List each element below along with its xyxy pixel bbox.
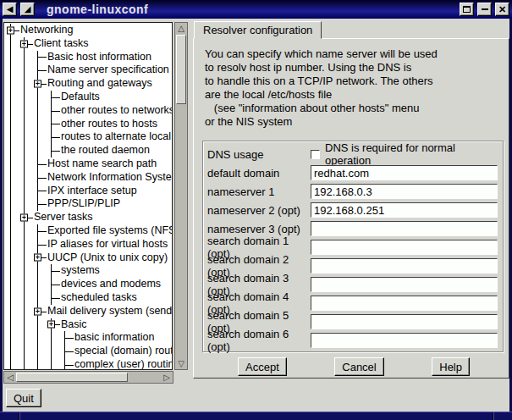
- tree-expander-icon[interactable]: +: [34, 80, 41, 88]
- field-input[interactable]: [311, 165, 498, 180]
- tree-guide-line: [4, 64, 18, 77]
- dns-form: DNS usage DNS is required for normal ope…: [202, 141, 504, 352]
- tree-item[interactable]: +Networking: [4, 24, 172, 37]
- tree-guide-line: [18, 238, 31, 251]
- tree-guide-line: [4, 291, 18, 305]
- window-menu-button[interactable]: ◀: [3, 3, 17, 16]
- field-input[interactable]: [311, 296, 498, 311]
- tree-item[interactable]: other routes to hosts: [4, 118, 172, 131]
- tree-expander-icon[interactable]: +: [20, 214, 28, 222]
- tree-guide-line: [31, 118, 45, 131]
- tree-expander-icon[interactable]: +: [7, 26, 14, 34]
- help-button[interactable]: Help: [432, 357, 470, 376]
- tree-item-label: Basic host information: [45, 51, 151, 64]
- tree-guide-line: [18, 185, 31, 198]
- tree-guide-line: [18, 51, 31, 64]
- field-input[interactable]: [311, 240, 498, 255]
- cancel-button[interactable]: Cancel: [334, 357, 383, 376]
- tree-guide-junction: [31, 238, 45, 251]
- tree-item[interactable]: +Mail delivery system (sendr: [4, 305, 172, 318]
- tree-item[interactable]: Host name search path: [4, 158, 172, 171]
- tree-expander-icon[interactable]: +: [34, 254, 41, 262]
- titlebar[interactable]: ◀ ◢ gnome-linuxconf ✕: [0, 0, 512, 19]
- scroll-left-icon[interactable]: ◁: [4, 372, 16, 383]
- scroll-right-icon[interactable]: ▷: [161, 372, 173, 383]
- tree-item[interactable]: scheduled tasks: [4, 291, 172, 305]
- tree-item[interactable]: Name server specification (: [4, 64, 172, 77]
- tree-item[interactable]: other routes to networks: [4, 104, 172, 118]
- tree-guide-line: [4, 305, 18, 318]
- close-button[interactable]: ✕: [495, 3, 509, 16]
- vertical-scroll-thumb[interactable]: [176, 35, 186, 104]
- tree-guide-line: [31, 358, 45, 370]
- horizontal-scroll-thumb[interactable]: [16, 373, 128, 382]
- tree-expander-icon[interactable]: +: [34, 307, 41, 315]
- field-input[interactable]: [311, 314, 498, 329]
- tree-item[interactable]: IP aliases for virtual hosts: [4, 238, 172, 251]
- maximize-button[interactable]: [460, 3, 474, 16]
- tree-guide-line: [4, 331, 18, 345]
- tab-resolver-configuration[interactable]: Resolver configuration: [194, 21, 322, 39]
- tree-item[interactable]: +UUCP (Unix to unix copy): [4, 251, 172, 265]
- tree-guide-line: [4, 104, 18, 118]
- accept-button[interactable]: Accept: [238, 357, 287, 376]
- resize-handle-right[interactable]: [493, 412, 493, 420]
- tree-guide-line: [18, 158, 31, 171]
- form-field-row: nameserver 2 (opt): [207, 201, 498, 219]
- dns-required-checkbox[interactable]: [311, 150, 320, 159]
- tree-item-label: UUCP (Unix to unix copy): [45, 251, 168, 265]
- field-input[interactable]: [311, 333, 498, 348]
- tree-expander-icon[interactable]: +: [47, 321, 55, 329]
- tree-guide-line: [45, 345, 58, 358]
- tree-item[interactable]: Exported file systems (NFS): [4, 224, 172, 238]
- field-input[interactable]: [311, 258, 498, 274]
- tree-expander-icon[interactable]: +: [20, 40, 28, 47]
- tree-guide-junction: [31, 185, 45, 198]
- tree-guide-junction: +: [31, 77, 45, 91]
- tree-item[interactable]: routes to alternate local ne: [4, 130, 172, 144]
- tree-guide-junction: [58, 358, 72, 370]
- tree-item[interactable]: basic information: [4, 331, 172, 345]
- tree-guide-junction: +: [18, 211, 31, 224]
- tree-item[interactable]: +Basic: [4, 318, 172, 332]
- tree-item[interactable]: devices and modems: [4, 278, 172, 291]
- field-input[interactable]: [311, 184, 498, 199]
- quit-button[interactable]: Quit: [6, 389, 41, 407]
- tree-item[interactable]: the routed daemon: [4, 144, 172, 158]
- tree-horizontal-scrollbar[interactable]: ◁ ▷: [3, 371, 173, 384]
- back-triangle-icon: ◀: [7, 5, 14, 14]
- tree-vertical-scrollbar[interactable]: △ ▽: [174, 22, 188, 370]
- tree-item[interactable]: +Client tasks: [4, 37, 172, 51]
- description-line: are the local /etc/hosts file: [205, 88, 509, 102]
- tree-item[interactable]: +Server tasks: [4, 211, 172, 224]
- description-line: (see "information about other hosts" men…: [205, 102, 509, 115]
- minimize-button[interactable]: [477, 3, 492, 16]
- tree-guide-junction: [45, 130, 58, 144]
- scroll-down-icon[interactable]: ▽: [175, 357, 187, 369]
- tree-item[interactable]: complex (user) routing: [4, 358, 172, 370]
- field-input[interactable]: [311, 277, 498, 292]
- tree-item[interactable]: Network Information System: [4, 171, 172, 185]
- config-tree[interactable]: +Networking+Client tasksBasic host infor…: [3, 22, 173, 370]
- tree-item[interactable]: +Routing and gateways: [4, 77, 172, 91]
- tree-item[interactable]: Defaults: [4, 91, 172, 104]
- tree-item[interactable]: IPX interface setup: [4, 185, 172, 198]
- tree-item[interactable]: systems: [4, 264, 172, 278]
- tree-item[interactable]: special (domain) routing: [4, 345, 172, 358]
- tree-guide-line: [18, 264, 31, 278]
- tree-item-label: scheduled tasks: [58, 291, 137, 305]
- tree-guide-line: [31, 104, 45, 118]
- resize-handle-left[interactable]: [19, 412, 19, 420]
- tree-item-label: other routes to hosts: [58, 118, 157, 131]
- tree-item-label: Host name search path: [45, 158, 157, 171]
- field-input[interactable]: [311, 202, 498, 218]
- tree-item[interactable]: Basic host information: [4, 51, 172, 64]
- scroll-up-icon[interactable]: △: [175, 23, 187, 35]
- field-input[interactable]: [311, 221, 498, 236]
- tree-guide-line: [18, 64, 31, 77]
- window-resize-bar[interactable]: [0, 412, 512, 420]
- window-shade-button[interactable]: ◢: [20, 3, 35, 16]
- tree-guide-junction: +: [31, 251, 45, 265]
- tree-item-label: devices and modems: [58, 278, 161, 291]
- tree-item[interactable]: PPP/SLIP/PLIP: [4, 197, 172, 211]
